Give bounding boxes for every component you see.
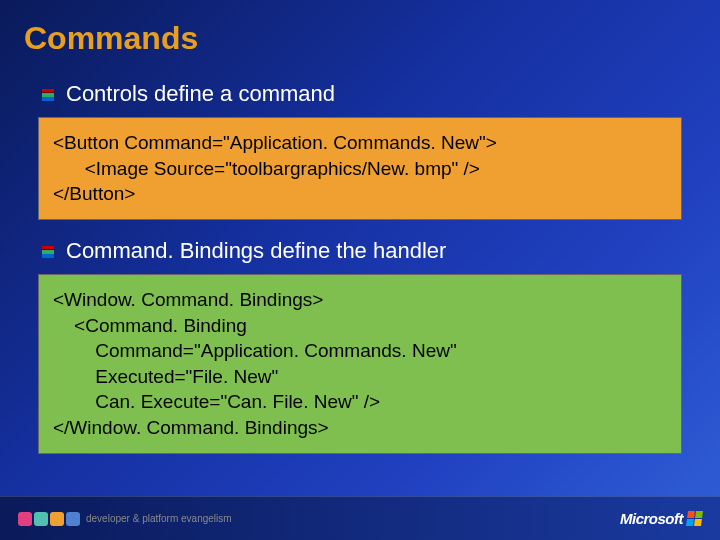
bullet-icon: [42, 89, 54, 101]
microsoft-wordmark: Microsoft: [620, 510, 683, 527]
microsoft-logo: Microsoft: [620, 510, 702, 527]
code-block-2: <Window. Command. Bindings> <Command. Bi…: [38, 274, 682, 454]
windows-flag-icon: [686, 511, 703, 526]
evangelism-logo-icon: [18, 512, 80, 526]
slide-title: Commands: [24, 20, 696, 57]
bullet-text-1: Controls define a command: [66, 81, 335, 107]
bullet-item-2: Command. Bindings define the handler: [42, 238, 696, 264]
bullet-item-1: Controls define a command: [42, 81, 696, 107]
bullet-text-2: Command. Bindings define the handler: [66, 238, 446, 264]
slide: Commands Controls define a command <Butt…: [0, 0, 720, 540]
code-block-1: <Button Command="Application. Commands. …: [38, 117, 682, 220]
footer-left: developer & platform evangelism: [18, 512, 232, 526]
bullet-icon: [42, 246, 54, 258]
footer-tagline: developer & platform evangelism: [86, 513, 232, 524]
footer-bar: developer & platform evangelism Microsof…: [0, 496, 720, 540]
